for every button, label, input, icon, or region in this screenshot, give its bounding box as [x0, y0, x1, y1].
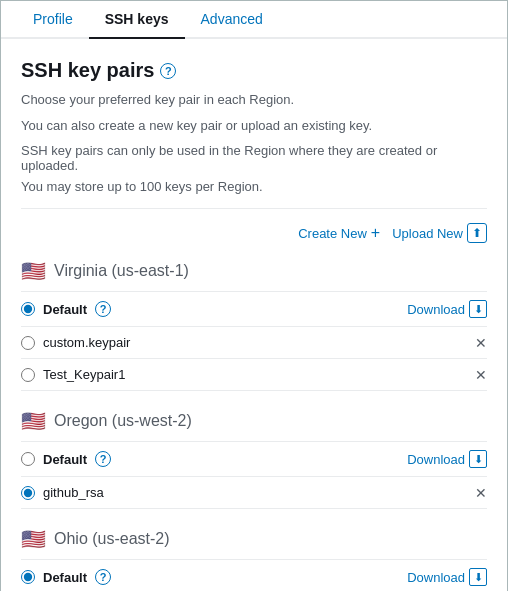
- key-row: Default ? Download ⬇: [21, 292, 487, 327]
- main-content: SSH key pairs ? Choose your preferred ke…: [1, 39, 507, 591]
- delete-key-icon[interactable]: ✕: [475, 486, 487, 500]
- key-radio-default-us-west-2[interactable]: [21, 452, 35, 466]
- key-help-icon[interactable]: ?: [95, 301, 111, 317]
- region-name-us-east-1: Virginia (us-east-1): [54, 262, 189, 280]
- key-name: custom.keypair: [43, 335, 130, 350]
- divider: [21, 208, 487, 209]
- key-row: Test_Keypair1 ✕: [21, 359, 487, 391]
- key-help-icon[interactable]: ?: [95, 451, 111, 467]
- key-row: Default ? Download ⬇: [21, 560, 487, 591]
- tab-advanced[interactable]: Advanced: [185, 1, 279, 39]
- delete-key-icon[interactable]: ✕: [475, 336, 487, 350]
- region-header-us-west-2: 🇺🇸 Oregon (us-west-2): [21, 409, 487, 433]
- key-name: github_rsa: [43, 485, 104, 500]
- note-line1: SSH key pairs can only be used in the Re…: [21, 143, 487, 173]
- region-name-us-east-2: Ohio (us-east-2): [54, 530, 170, 548]
- delete-key-icon[interactable]: ✕: [475, 368, 487, 382]
- description-line2: You can also create a new key pair or up…: [21, 116, 487, 136]
- create-new-button[interactable]: Create New +: [298, 224, 380, 242]
- key-name: Default: [43, 570, 87, 585]
- tab-bar: Profile SSH keys Advanced: [1, 1, 507, 39]
- key-row: Default ? Download ⬇: [21, 442, 487, 477]
- region-name-us-west-2: Oregon (us-west-2): [54, 412, 192, 430]
- tabs-container: Profile SSH keys Advanced: [1, 1, 507, 39]
- region-flag-us-east-2: 🇺🇸: [21, 527, 46, 551]
- key-name: Test_Keypair1: [43, 367, 125, 382]
- region-us-west-2: 🇺🇸 Oregon (us-west-2) Default ? Download…: [21, 409, 487, 509]
- key-radio-test-keypair1[interactable]: [21, 368, 35, 382]
- region-header-us-east-2: 🇺🇸 Ohio (us-east-2): [21, 527, 487, 551]
- download-icon: ⬇: [469, 450, 487, 468]
- upload-icon: ⬆: [467, 223, 487, 243]
- download-button-default-us-east-1[interactable]: Download ⬇: [407, 300, 487, 318]
- region-header-us-east-1: 🇺🇸 Virginia (us-east-1): [21, 259, 487, 283]
- download-icon: ⬇: [469, 568, 487, 586]
- download-icon: ⬇: [469, 300, 487, 318]
- key-radio-github-rsa[interactable]: [21, 486, 35, 500]
- description-line1: Choose your preferred key pair in each R…: [21, 90, 487, 110]
- title-help-icon[interactable]: ?: [160, 63, 176, 79]
- region-flag-us-west-2: 🇺🇸: [21, 409, 46, 433]
- region-us-east-2: 🇺🇸 Ohio (us-east-2) Default ? Download ⬇: [21, 527, 487, 591]
- key-name: Default: [43, 452, 87, 467]
- key-help-icon[interactable]: ?: [95, 569, 111, 585]
- key-row: custom.keypair ✕: [21, 327, 487, 359]
- download-button-default-us-west-2[interactable]: Download ⬇: [407, 450, 487, 468]
- action-bar: Create New + Upload New ⬆: [21, 223, 487, 243]
- upload-new-label: Upload New: [392, 226, 463, 241]
- create-new-label: Create New: [298, 226, 367, 241]
- key-list-us-west-2: Default ? Download ⬇ github_rsa ✕: [21, 441, 487, 509]
- region-us-east-1: 🇺🇸 Virginia (us-east-1) Default ? Downlo…: [21, 259, 487, 391]
- tab-profile[interactable]: Profile: [17, 1, 89, 39]
- key-list-us-east-1: Default ? Download ⬇ custom.keypair ✕: [21, 291, 487, 391]
- key-list-us-east-2: Default ? Download ⬇: [21, 559, 487, 591]
- key-radio-default-us-east-1[interactable]: [21, 302, 35, 316]
- key-row: github_rsa ✕: [21, 477, 487, 509]
- page-title: SSH key pairs ?: [21, 59, 487, 82]
- key-radio-default-us-east-2[interactable]: [21, 570, 35, 584]
- upload-new-button[interactable]: Upload New ⬆: [392, 223, 487, 243]
- key-radio-custom-keypair[interactable]: [21, 336, 35, 350]
- tab-ssh-keys[interactable]: SSH keys: [89, 1, 185, 39]
- region-flag-us-east-1: 🇺🇸: [21, 259, 46, 283]
- plus-icon: +: [371, 224, 380, 242]
- note-line2: You may store up to 100 keys per Region.: [21, 179, 487, 194]
- download-button-default-us-east-2[interactable]: Download ⬇: [407, 568, 487, 586]
- key-name: Default: [43, 302, 87, 317]
